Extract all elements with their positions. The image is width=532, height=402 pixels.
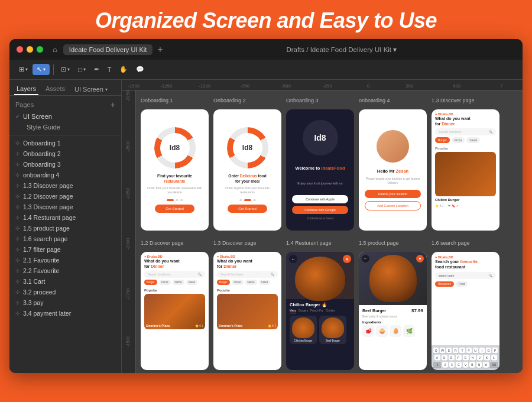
restaurant-hero-img — [295, 257, 345, 301]
ob2-dots — [239, 199, 256, 201]
tab-assets[interactable]: Assets — [43, 83, 67, 95]
label-disc1: 1.3 Discover page — [432, 98, 475, 103]
page-label-style-guide: Style Guide — [27, 124, 60, 131]
layer-onboarding3[interactable]: ⊹ Onboarding 3 — [9, 159, 121, 170]
cursor-tool[interactable]: ↖ ▾ — [33, 64, 50, 75]
frame-arrow: ▾ — [67, 67, 70, 72]
page-item-style-guide[interactable]: Style Guide — [9, 122, 121, 132]
ob3-btn-google[interactable]: Continue with Google — [292, 206, 348, 214]
maximize-button[interactable] — [37, 46, 43, 53]
ob4-btn-enable[interactable]: Enable your location — [365, 190, 420, 198]
layer-filter[interactable]: ⊹ 1.7 filter page — [9, 244, 121, 255]
row1-screens: Id8 Find your favourite restaurants Orde… — [141, 109, 518, 231]
disc1-cats: Burger Pizza Salad — [435, 137, 496, 143]
grid-tool[interactable]: ⊞ ▾ — [15, 64, 31, 75]
move-icon: ⊹ — [15, 140, 20, 146]
screen-search: ● Dhaka,BD Search your favouritefood res… — [432, 252, 499, 370]
page-item-ui-screen[interactable]: ✓ UI Screen — [9, 111, 121, 122]
ruler-mark-0: 0 — [367, 83, 369, 89]
screen-disc2: ● Dhaka,BD What do you wantfor Dinner Se… — [141, 252, 209, 370]
layer-discover13b[interactable]: ⊹ 1.3 Discover page — [9, 202, 121, 212]
hand-tool[interactable]: ✋ — [116, 64, 131, 75]
ob2-button[interactable]: Get Started — [228, 205, 267, 213]
shape-tool[interactable]: □ ▾ — [74, 64, 89, 75]
layer-onboarding2[interactable]: ⊹ Onboarding 2 — [9, 148, 121, 159]
layer-pay[interactable]: ⊹ 3.3 pay — [9, 297, 121, 308]
ruler-mark-500p: 500 — [453, 83, 460, 89]
tab-layers[interactable]: Layers — [14, 83, 38, 95]
disc3-popular: Popular — [217, 288, 278, 292]
screen-ob1: Id8 Find your favourite restaurants Orde… — [141, 109, 209, 231]
tab-label[interactable]: Ideate Food Delivery UI Kit — [63, 44, 153, 55]
label-prod: 1.5 product page — [359, 240, 399, 246]
text-icon: T — [108, 66, 112, 73]
layer-cart[interactable]: ⊹ 3.1 Cart — [9, 276, 121, 287]
grid-icon: ⊞ — [19, 66, 24, 73]
layer-onboarding4[interactable]: ⊹ onboarding 4 — [9, 170, 121, 180]
disc2-q: What do you wantfor Dinner — [144, 258, 205, 269]
label-ob1: Onboarding 1 — [141, 98, 173, 103]
canvas-content: -2250 -2500 -2250 -2000 -1750 -1500 Onbo… — [122, 90, 523, 373]
layers-list: ⊹ Onboarding 1 ⊹ Onboarding 2 ⊹ Onboardi… — [9, 138, 121, 319]
ob3-btn-guest[interactable]: Continue as a Guest — [307, 216, 334, 220]
ruler-mark-1250: -1250 — [160, 83, 172, 89]
ob1-button[interactable]: Get Started — [155, 205, 194, 213]
disc3-search[interactable]: Search food here🔍 — [217, 271, 278, 278]
row1-labels: Onboarding 1 Onboarding 2 Onboarding 3 o… — [141, 94, 518, 105]
ob3-circle: Id8 — [303, 120, 338, 155]
ob2-logo: Id8 — [242, 144, 252, 152]
v-mark-2000: -2000 — [125, 238, 131, 249]
move-icon-15: ⊹ — [15, 289, 20, 295]
pen-tool[interactable]: ✒ — [90, 64, 103, 75]
disc1-search[interactable]: Search food here🔍 — [435, 128, 496, 135]
frame-tool[interactable]: ⊡ ▾ — [57, 64, 73, 75]
comment-tool[interactable]: 💬 — [132, 64, 148, 75]
ob4-greeting: Hello Mr Zesan — [377, 168, 408, 174]
layer-discover13[interactable]: ⊹ 1.3 Discover page — [9, 180, 121, 191]
product-desc: Beef patty & special sauce — [362, 315, 423, 319]
label-srch: 1.6 search page — [432, 240, 470, 246]
layer-restaurant[interactable]: ⊹ 1.4 Resturant page — [9, 212, 121, 223]
screen-disc1: ● Dhaka,BD What do you wantfor Dinner Se… — [432, 109, 499, 231]
home-icon[interactable]: ⌂ — [53, 45, 57, 54]
layer-payment-later[interactable]: ⊹ 3.4 payment later — [9, 308, 121, 319]
layer-onboarding1[interactable]: ⊹ Onboarding 1 — [9, 138, 121, 148]
text-tool[interactable]: T — [104, 64, 115, 75]
layer-discover12[interactable]: ⊹ 1.2 Discover page — [9, 191, 121, 202]
divider — [9, 135, 121, 135]
search-input-field[interactable]: search pare🔍 — [435, 272, 496, 279]
disc3-cats: Burger Donut Nathe Salad — [217, 280, 278, 285]
product-ingredients-label: Ingredients — [362, 320, 423, 324]
ob1-circle: Id8 — [154, 127, 196, 168]
layer-fav2[interactable]: ⊹ 2.2 Favourite — [9, 265, 121, 276]
layer-proceed[interactable]: ⊹ 3.2 proceed — [9, 287, 121, 297]
disc1-rating: ⭐ 4.7 ❤ 🔖 ↗ — [435, 204, 496, 208]
traffic-lights — [17, 46, 43, 53]
title-bar: ⌂ Ideate Food Delivery UI Kit + Drafts /… — [9, 39, 523, 60]
disc2-search[interactable]: Search food here🔍 — [144, 271, 205, 278]
screen-ob4: Hello Mr Zesan Please enable your locati… — [359, 109, 427, 231]
ob3-logo: Id8 — [314, 133, 326, 142]
ui-screen-arrow: ▾ — [105, 87, 108, 92]
main-content: Layers Assets UI Screen ▾ Pages + — [9, 80, 523, 373]
minimize-button[interactable] — [27, 46, 33, 53]
header-title: Organized Screen and Easy to Use — [95, 8, 437, 33]
disc1-question: What do you wantfor Dinner — [435, 116, 496, 127]
close-button[interactable] — [17, 46, 23, 53]
v-mark-2250: -2250 — [125, 90, 131, 102]
ob4-btn-custom[interactable]: Add Custom Location — [365, 201, 420, 210]
layer-search[interactable]: ⊹ 1.6 search page — [9, 234, 121, 244]
ob3-btn-apple[interactable]: Continue with Apple — [292, 195, 348, 203]
add-page-button[interactable]: + — [111, 100, 115, 109]
disc1-food-name: Chillox Burger — [435, 198, 496, 202]
move-icon-16: ⊹ — [15, 300, 20, 306]
tab-ui-screen[interactable]: UI Screen ▾ — [72, 83, 110, 95]
product-burger-img — [369, 255, 417, 302]
v-mark-2250b: -2250 — [125, 188, 131, 199]
ruler-mark-250: -250 — [323, 83, 332, 89]
frame-icon: ⊡ — [61, 66, 66, 73]
layer-fav1[interactable]: ⊹ 2.1 Favourite — [9, 255, 121, 265]
breadcrumb: Drafts / Ideate Food Delivery UI Kit ▾ — [168, 46, 515, 54]
new-tab-button[interactable]: + — [157, 44, 163, 55]
layer-product[interactable]: ⊹ 1.5 product page — [9, 223, 121, 234]
